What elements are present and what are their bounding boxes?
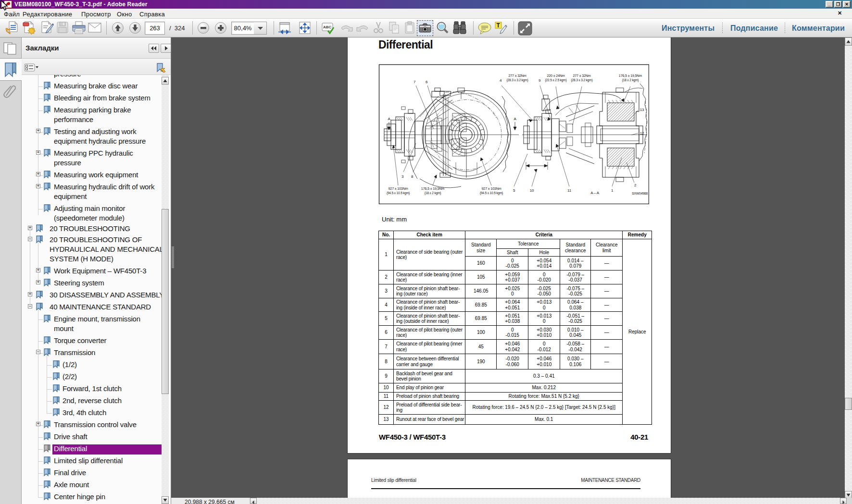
svg-text:11: 11 [567,188,572,193]
svg-text:A: A [388,117,390,121]
svg-text:10: 10 [530,188,534,193]
svg-text:{94.5 ± 10.5 kgm}: {94.5 ± 10.5 kgm} [480,191,503,195]
svg-text:{18 ± 2 kgm}: {18 ± 2 kgm} [425,191,442,195]
svg-text:277 ± 32Nm: 277 ± 32Nm [573,74,590,78]
svg-text:176,5 ± 19,5Nm: 176,5 ± 19,5Nm [619,74,642,78]
svg-text:277 ± 32Nm: 277 ± 32Nm [508,74,526,78]
svg-text:SXW04988: SXW04988 [632,192,648,195]
svg-text:A: A [514,117,516,121]
svg-text:927 ± 103Nm: 927 ± 103Nm [388,186,408,191]
svg-text:T: T [497,22,501,29]
svg-text:{28.3 ± 3.2 kgm}: {28.3 ± 3.2 kgm} [507,78,529,82]
svg-text:{94.5 ± 10.5 kgm}: {94.5 ± 10.5 kgm} [387,191,410,195]
svg-text:13: 13 [640,108,644,112]
svg-text:220 ± 24Nm: 220 ± 24Nm [547,74,564,78]
svg-text:{18 ± 2 kgm}: {18 ± 2 kgm} [622,78,639,82]
svg-text:12: 12 [640,131,644,135]
svg-text:{28.3 ± 3.2 kgm}: {28.3 ± 3.2 kgm} [571,78,593,82]
svg-text:927 ± 103Nm: 927 ± 103Nm [482,186,501,191]
svg-text:176,5 ± 19,5Nm: 176,5 ± 19,5Nm [421,186,445,191]
svg-text:{22.5 ± 2.5 kgm}: {22.5 ± 2.5 kgm} [545,78,567,82]
svg-text:A – A: A – A [590,191,600,195]
svg-text:ABC: ABC [323,25,332,29]
